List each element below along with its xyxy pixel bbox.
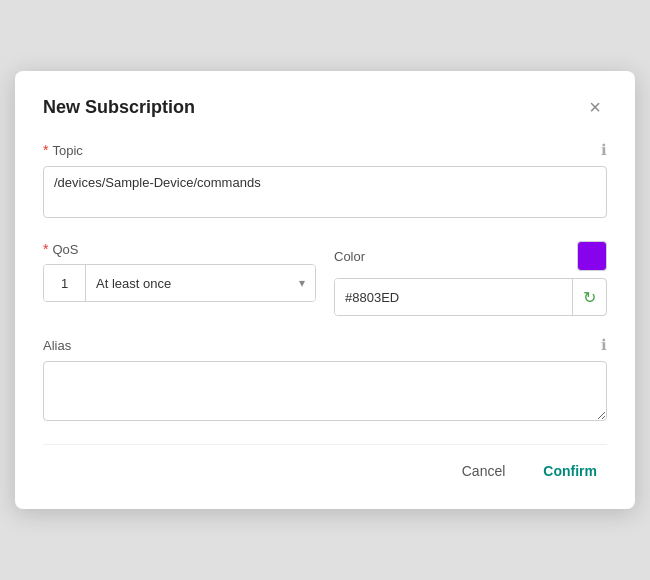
alias-input[interactable] — [43, 361, 607, 421]
qos-number-input[interactable] — [44, 265, 86, 301]
topic-input[interactable]: /devices/Sample-Device/commands — [43, 166, 607, 218]
alias-label: Alias — [43, 338, 71, 353]
refresh-icon: ↻ — [583, 288, 596, 307]
confirm-button[interactable]: Confirm — [533, 457, 607, 485]
color-label: Color — [334, 249, 365, 264]
dialog-footer: Cancel Confirm — [43, 444, 607, 485]
qos-label: * QoS — [43, 241, 78, 257]
dialog-header: New Subscription × — [43, 95, 607, 119]
qos-color-row: * QoS At least once ▾ Color — [43, 241, 607, 316]
topic-section: * Topic ℹ /devices/Sample-Device/command… — [43, 141, 607, 221]
qos-select-button[interactable]: At least once ▾ — [86, 265, 315, 301]
qos-select-value: At least once — [96, 276, 171, 291]
qos-chevron-icon: ▾ — [299, 276, 305, 290]
dialog-title: New Subscription — [43, 97, 195, 118]
qos-section: * QoS At least once ▾ — [43, 241, 316, 302]
topic-info-icon[interactable]: ℹ — [601, 141, 607, 159]
alias-label-row: Alias ℹ — [43, 336, 607, 354]
color-section: Color ↻ — [334, 241, 607, 316]
color-label-row: Color — [334, 241, 607, 271]
qos-label-text: QoS — [52, 242, 78, 257]
color-label-text: Color — [334, 249, 365, 264]
new-subscription-dialog: New Subscription × * Topic ℹ /devices/Sa… — [15, 71, 635, 509]
topic-label: * Topic — [43, 142, 83, 158]
qos-required-star: * — [43, 241, 48, 257]
color-swatch[interactable] — [577, 241, 607, 271]
close-button[interactable]: × — [583, 95, 607, 119]
topic-label-row: * Topic ℹ — [43, 141, 607, 159]
qos-label-row: * QoS — [43, 241, 316, 257]
color-refresh-button[interactable]: ↻ — [572, 279, 606, 315]
topic-required-star: * — [43, 142, 48, 158]
topic-label-text: Topic — [52, 143, 82, 158]
color-hex-input[interactable] — [335, 279, 572, 315]
color-input-row: ↻ — [334, 278, 607, 316]
alias-label-text: Alias — [43, 338, 71, 353]
cancel-button[interactable]: Cancel — [452, 457, 516, 485]
alias-info-icon[interactable]: ℹ — [601, 336, 607, 354]
alias-section: Alias ℹ — [43, 336, 607, 424]
qos-input-row: At least once ▾ — [43, 264, 316, 302]
